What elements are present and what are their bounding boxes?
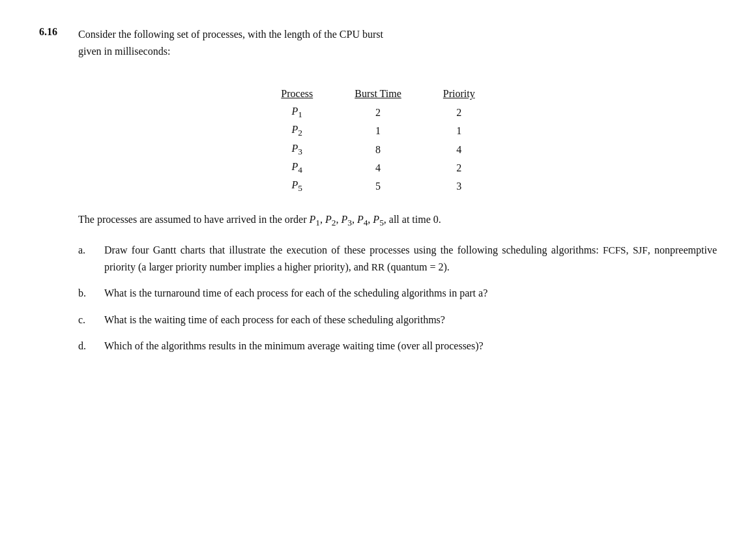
burst-value: 5	[334, 177, 422, 196]
sub-item-c: c. What is the waiting time of each proc…	[78, 312, 717, 328]
sub-item-d: d. Which of the algorithms results in th…	[78, 338, 717, 355]
sub-item-label-b: b.	[78, 285, 104, 302]
table-row: P1 2 2	[260, 104, 495, 122]
problem-intro: Consider the following set of processes,…	[78, 26, 717, 59]
sub-item-text-c: What is the waiting time of each process…	[104, 312, 717, 328]
table-row: P3 8 4	[260, 141, 495, 159]
col-header-priority: Priority	[422, 85, 496, 104]
process-name: P1	[260, 104, 334, 122]
sub-item-text-a: Draw four Gantt charts that illustrate t…	[104, 242, 717, 276]
problem-header: 6.16 Consider the following set of proce…	[39, 26, 717, 59]
table-wrapper: Process Burst Time Priority P1 2 2 P2 1 …	[39, 85, 717, 196]
sub-item-b: b. What is the turnaround time of each p…	[78, 285, 717, 302]
process-name: P4	[260, 159, 334, 177]
table-row: P2 1 1	[260, 122, 495, 140]
priority-value: 2	[422, 104, 496, 122]
burst-value: 1	[334, 122, 422, 140]
burst-value: 8	[334, 141, 422, 159]
process-table: Process Burst Time Priority P1 2 2 P2 1 …	[260, 85, 495, 196]
burst-value: 2	[334, 104, 422, 122]
intro-line1: Consider the following set of processes,…	[78, 29, 383, 40]
sub-items: a. Draw four Gantt charts that illustrat…	[78, 242, 717, 355]
priority-value: 3	[422, 177, 496, 196]
problem-number: 6.16	[39, 26, 78, 59]
sub-item-label-d: d.	[78, 338, 104, 355]
intro-line2: given in milliseconds:	[78, 46, 170, 57]
col-header-burst: Burst Time	[334, 85, 422, 104]
process-name: P5	[260, 177, 334, 196]
problem-body: The processes are assumed to have arrive…	[78, 211, 717, 230]
sub-item-label-c: c.	[78, 312, 104, 328]
sub-item-text-d: Which of the algorithms results in the m…	[104, 338, 717, 355]
priority-value: 4	[422, 141, 496, 159]
burst-value: 4	[334, 159, 422, 177]
sub-item-a: a. Draw four Gantt charts that illustrat…	[78, 242, 717, 276]
problem-container: 6.16 Consider the following set of proce…	[39, 26, 717, 355]
process-name: P2	[260, 122, 334, 140]
priority-value: 2	[422, 159, 496, 177]
priority-value: 1	[422, 122, 496, 140]
sub-item-label-a: a.	[78, 242, 104, 276]
sub-item-text-b: What is the turnaround time of each proc…	[104, 285, 717, 302]
col-header-process: Process	[260, 85, 334, 104]
table-row: P4 4 2	[260, 159, 495, 177]
process-name: P3	[260, 141, 334, 159]
table-row: P5 5 3	[260, 177, 495, 196]
